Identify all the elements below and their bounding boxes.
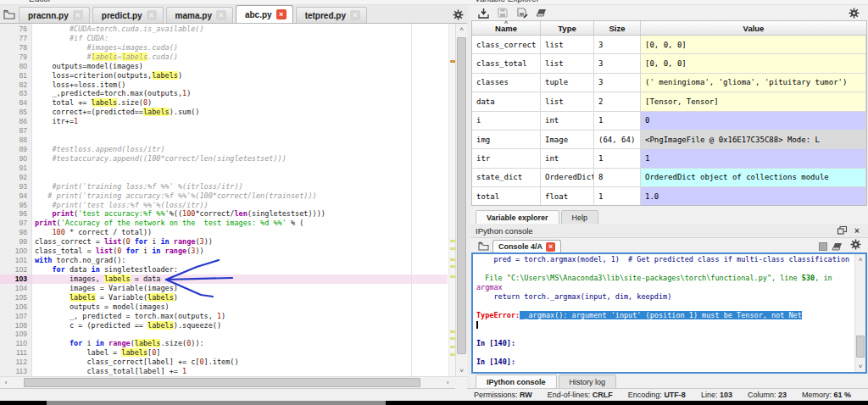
code-line[interactable]: #print('test loss:%f %%'%(loss/itr))	[32, 201, 448, 210]
code-line[interactable]: #testaccuracy.append((100*correct/len(si…	[32, 154, 448, 164]
scroll-down-icon[interactable]: ˅	[855, 361, 865, 372]
browse-tabs-icon[interactable]	[0, 6, 19, 23]
code-line[interactable]: total += labels.size(0)	[32, 98, 448, 108]
code-line[interactable]: loss+=loss.item()	[32, 80, 448, 90]
variable-size-cell[interactable]: 8	[594, 169, 641, 186]
variable-type-cell[interactable]: list	[541, 54, 594, 72]
code-line[interactable]: _, predicted = torch.max(outputs, 1)	[32, 312, 448, 321]
variable-type-cell[interactable]: list	[541, 92, 594, 110]
code-line[interactable]: images = Variable(images)	[32, 284, 448, 293]
variable-value-cell[interactable]: [0, 0, 0]	[641, 54, 866, 72]
table-row[interactable]: totalfloat11.0	[472, 187, 866, 206]
variable-name-cell[interactable]: itr	[472, 149, 541, 167]
pane-tab-variable-explorer[interactable]: Variable explorer	[476, 210, 559, 224]
close-tab-icon[interactable]: ×	[147, 10, 157, 20]
code-line[interactable]: #if CUDA:	[32, 34, 448, 43]
scrollbar-thumb[interactable]	[24, 378, 420, 387]
interrupt-kernel-icon[interactable]	[817, 241, 829, 252]
variable-name-cell[interactable]: classes	[472, 74, 541, 92]
code-line[interactable]: labels = Variable(labels)	[32, 293, 448, 302]
undock-panel-icon[interactable]	[836, 225, 848, 236]
variable-name-cell[interactable]: total	[472, 187, 541, 205]
editor-options-gear-icon[interactable]	[448, 6, 467, 23]
console-options-gear-icon[interactable]	[846, 236, 865, 252]
variable-type-cell[interactable]: OrderedDict	[541, 169, 594, 186]
editor-tab-predict.py[interactable]: predict.py×	[92, 7, 164, 23]
variable-size-cell[interactable]: 1	[594, 112, 641, 130]
code-line[interactable]: class_total = list(0 for i in range(3))	[32, 247, 448, 256]
variable-type-cell[interactable]: int	[541, 149, 594, 167]
variable-name-cell[interactable]: data	[472, 92, 541, 110]
variable-size-cell[interactable]: (64, 64)	[594, 130, 641, 148]
variable-value-cell[interactable]: [Tensor, Tensor]	[641, 92, 866, 110]
variable-name-cell[interactable]: class_total	[472, 54, 541, 72]
code-text-area[interactable]: #CUDA=torch.cuda.is_available() #if CUDA…	[32, 24, 448, 376]
code-line[interactable]	[32, 330, 448, 339]
code-line[interactable]: loss=criterion(outputs,labels)	[32, 71, 448, 80]
editor-tab-abc.py[interactable]: abc.py×	[236, 5, 293, 23]
scroll-down-icon[interactable]: ˅	[456, 365, 467, 376]
code-line[interactable]: class_correct = list(0 for i in range(3)…	[32, 237, 448, 247]
variable-size-cell[interactable]: 2	[594, 92, 641, 110]
scrollbar-thumb[interactable]	[457, 37, 466, 354]
pane-tab-ipython-console[interactable]: IPython console	[476, 374, 557, 388]
close-tab-icon[interactable]: ×	[73, 10, 83, 20]
table-header[interactable]: ˄Name Type Size Value	[472, 21, 866, 36]
variable-value-cell[interactable]: (' meningioma', 'glioma', 'pituitary tum…	[641, 74, 866, 92]
code-line[interactable]: label = labels[0]	[32, 348, 448, 358]
code-line[interactable]: for data in singletestloader:	[32, 265, 448, 275]
variable-name-cell[interactable]: i	[472, 112, 541, 130]
variable-size-cell[interactable]: 1	[594, 149, 641, 167]
table-row[interactable]: class_totallist3[0, 0, 0]	[472, 54, 866, 73]
code-line[interactable]: #CUDA=torch.cuda.is_available()	[32, 25, 448, 34]
code-line[interactable]: outputs=model(images)	[32, 62, 448, 71]
variable-type-cell[interactable]: tuple	[541, 74, 594, 92]
variable-value-cell[interactable]: 1	[641, 149, 866, 167]
variable-size-cell[interactable]: 3	[594, 36, 641, 53]
variable-name-cell[interactable]: class_correct	[472, 36, 541, 53]
scrollbar-thumb[interactable]	[856, 336, 865, 358]
close-tab-icon[interactable]: ×	[216, 10, 226, 20]
code-line[interactable]: #images=images.cuda()	[32, 43, 448, 53]
table-row[interactable]: classestuple3(' meningioma', 'glioma', '…	[472, 74, 866, 92]
variable-value-cell[interactable]: OrderedDict object of collections module	[641, 169, 866, 186]
close-console-icon[interactable]: ×	[546, 242, 555, 252]
column-header-size[interactable]: Size	[609, 24, 625, 33]
close-tab-icon[interactable]: ×	[350, 10, 360, 20]
code-line[interactable]: itr+=1	[32, 117, 448, 126]
code-line[interactable]: 100 * correct / total))	[32, 228, 448, 237]
editor-horizontal-scrollbar[interactable]: ‹ ›	[0, 376, 467, 388]
console-output-area[interactable]: pred = torch.argmax(model, 1) # Get pred…	[471, 252, 867, 374]
code-line[interactable]: c = (predicted == labels).squeeze()	[32, 321, 448, 330]
code-line[interactable]: # print('training accuracy:%f %%'%(100*c…	[32, 191, 448, 201]
code-line[interactable]: print('test accuracy:%f %%'%((100*correc…	[32, 209, 448, 219]
variable-value-cell[interactable]: <PngImageFile @ 0x16E17C35C88> Mode: L	[641, 130, 866, 148]
code-line[interactable]: images, labels = data	[32, 275, 448, 284]
variable-type-cell[interactable]: list	[541, 36, 594, 53]
variable-name-cell[interactable]: img	[472, 130, 541, 148]
variable-value-cell[interactable]: [0, 0, 0]	[641, 36, 866, 53]
table-row[interactable]: datalist2[Tensor, Tensor]	[472, 92, 866, 111]
table-row[interactable]: iint10	[472, 112, 866, 130]
variable-name-cell[interactable]: state_dict	[472, 169, 541, 186]
table-row[interactable]: itrint11	[472, 149, 866, 168]
scroll-up-icon[interactable]: ˄	[456, 24, 467, 35]
column-header-type[interactable]: Type	[558, 24, 576, 33]
pane-tab-help[interactable]: Help	[561, 210, 599, 224]
scroll-up-icon[interactable]: ˄	[855, 254, 865, 265]
code-line[interactable]	[32, 164, 448, 173]
code-line[interactable]: _,predicted=torch.max(outputs,1)	[32, 89, 448, 98]
code-line[interactable]: correct+=(predicted==labels).sum()	[32, 108, 448, 117]
scroll-right-icon[interactable]: ›	[442, 377, 453, 388]
clear-console-eraser-icon[interactable]	[832, 241, 843, 252]
code-editor[interactable]: 7677787980818283848586878889909192939495…	[0, 24, 467, 376]
code-line[interactable]	[32, 136, 448, 145]
variable-value-cell[interactable]: 0	[641, 112, 866, 130]
editor-tab-pracnn.py[interactable]: pracnn.py×	[19, 7, 90, 23]
code-line[interactable]: #print('training loss:%f %%' %(itrloss/i…	[32, 182, 448, 191]
code-line[interactable]: #testloss.append(loss/itr)	[32, 145, 448, 154]
save-data-icon[interactable]	[497, 7, 509, 19]
table-row[interactable]: class_correctlist3[0, 0, 0]	[472, 36, 866, 54]
close-tab-icon[interactable]: ×	[276, 9, 287, 19]
variable-type-cell[interactable]: float	[541, 187, 594, 205]
